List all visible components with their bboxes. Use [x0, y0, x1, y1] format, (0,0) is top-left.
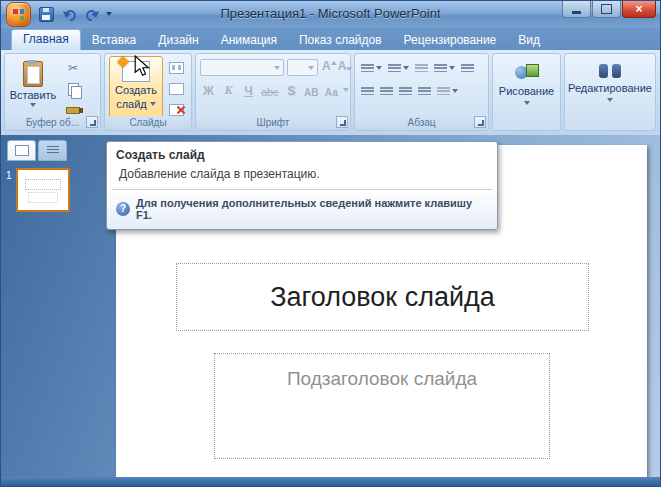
- line-spacing-dropdown-arrow-icon: [449, 66, 455, 70]
- character-spacing-button[interactable]: АВ: [303, 81, 320, 98]
- copy-icon: [68, 83, 79, 96]
- numbering-icon: [388, 64, 401, 73]
- align-center-icon: [380, 87, 393, 96]
- font-size-dropdown-arrow-icon: [308, 66, 314, 70]
- slides-outline-tabs: [7, 140, 67, 161]
- cut-button[interactable]: ✂: [63, 59, 83, 77]
- paragraph-dialog-launcher[interactable]: [474, 116, 486, 128]
- font-group: А А Ж К Ч abc S АВ Аа Шрифт: [195, 53, 351, 131]
- font-size-combo[interactable]: [287, 59, 318, 76]
- minimize-button[interactable]: [562, 1, 591, 18]
- align-left-button[interactable]: [359, 82, 376, 100]
- columns-button[interactable]: [435, 82, 460, 100]
- bold-button[interactable]: Ж: [200, 81, 217, 98]
- decrease-indent-icon: [415, 64, 428, 73]
- outline-icon: [47, 146, 59, 155]
- bullets-icon: [361, 64, 374, 73]
- columns-icon: [437, 87, 450, 96]
- tab-home[interactable]: Главная: [11, 29, 81, 50]
- maximize-button[interactable]: [592, 1, 621, 18]
- paste-dropdown-arrow-icon: [30, 103, 36, 107]
- new-slide-label-line2: слайд: [116, 98, 147, 110]
- office-logo-cell: [20, 9, 25, 14]
- align-right-button[interactable]: [397, 82, 414, 100]
- new-slide-label-line1: Создать: [115, 84, 157, 96]
- line-spacing-button[interactable]: [432, 59, 457, 77]
- title-placeholder[interactable]: Заголовок слайда: [176, 263, 589, 331]
- status-bar: [1, 477, 660, 486]
- new-slide-dropdown-arrow-icon: [150, 102, 156, 106]
- reset-slide-button[interactable]: [166, 80, 186, 98]
- font-group-label: Шрифт: [196, 116, 350, 130]
- paragraph-group-label: Абзац: [355, 116, 488, 130]
- paragraph-group: Абзац: [354, 53, 489, 131]
- bullets-button[interactable]: [359, 59, 384, 77]
- tab-slideshow[interactable]: Показ слайдов: [288, 30, 393, 50]
- undo-button[interactable]: [60, 5, 78, 23]
- slides-panel-tab[interactable]: [7, 140, 36, 161]
- tab-insert[interactable]: Вставка: [81, 30, 148, 50]
- change-case-dropdown-arrow-icon: [343, 88, 349, 92]
- justify-button[interactable]: [416, 82, 433, 100]
- subtitle-placeholder[interactable]: Подзаголовок слайда: [214, 353, 550, 459]
- change-case-button[interactable]: Аа: [323, 81, 340, 98]
- delete-slide-icon: [169, 104, 184, 116]
- drawing-button[interactable]: Рисование: [496, 57, 557, 135]
- scissors-icon: ✂: [68, 62, 78, 74]
- office-button[interactable]: [6, 2, 31, 27]
- minimize-icon: [572, 11, 581, 14]
- binoculars-icon: [599, 64, 621, 78]
- reset-slide-icon: [169, 83, 184, 95]
- paste-button[interactable]: Вставить: [9, 57, 57, 122]
- italic-button[interactable]: К: [220, 81, 237, 98]
- grow-font-button[interactable]: А: [322, 59, 337, 73]
- font-name-dropdown-arrow-icon: [274, 66, 280, 70]
- paste-icon: [23, 61, 43, 87]
- tab-review[interactable]: Рецензирование: [393, 30, 508, 50]
- tab-animation[interactable]: Анимация: [210, 30, 288, 50]
- shrink-font-button[interactable]: А: [338, 59, 353, 73]
- copy-button[interactable]: [63, 80, 83, 98]
- underline-button[interactable]: Ч: [240, 81, 257, 98]
- align-right-icon: [399, 87, 412, 96]
- close-button[interactable]: ×: [622, 1, 656, 18]
- numbering-button[interactable]: [386, 59, 411, 77]
- slide-thumbnail[interactable]: [16, 168, 70, 212]
- font-dialog-launcher[interactable]: [336, 116, 348, 128]
- text-shadow-button[interactable]: S: [283, 81, 300, 98]
- text-direction-icon: [461, 64, 474, 73]
- editing-group: Редактирование: [564, 53, 656, 131]
- tooltip-body: Добавление слайда в презентацию.: [119, 167, 488, 181]
- shapes-icon: [515, 64, 539, 81]
- save-button[interactable]: [37, 5, 55, 23]
- text-direction-button[interactable]: [459, 59, 476, 77]
- justify-icon: [418, 87, 431, 96]
- clipboard-group: Вставить ✂ Буфер об...: [4, 53, 101, 131]
- slide-layout-button[interactable]: [166, 59, 186, 77]
- decrease-indent-button[interactable]: [413, 59, 430, 77]
- office-logo-cell: [13, 16, 18, 21]
- editing-dropdown-arrow-icon: [607, 98, 613, 102]
- redo-button[interactable]: [83, 5, 101, 23]
- editing-button[interactable]: Редактирование: [568, 57, 652, 135]
- tab-design[interactable]: Дизайн: [147, 30, 209, 50]
- align-center-button[interactable]: [378, 82, 395, 100]
- columns-dropdown-arrow-icon: [452, 89, 458, 93]
- new-slide-icon: [122, 61, 150, 82]
- strikethrough-button[interactable]: abc: [260, 81, 280, 98]
- slide-thumbnail-row: 1: [6, 168, 70, 212]
- clipboard-dialog-launcher[interactable]: [86, 116, 98, 128]
- slides-group-label: Слайды: [105, 116, 191, 130]
- drawing-dropdown-arrow-icon: [524, 101, 530, 105]
- new-slide-tooltip: Создать слайд Добавление слайда в презен…: [106, 141, 498, 230]
- redo-icon: [85, 8, 100, 21]
- tooltip-title: Создать слайд: [116, 148, 488, 162]
- qat-customize-arrow-icon[interactable]: [106, 12, 112, 16]
- tab-view[interactable]: Вид: [507, 30, 551, 50]
- font-name-combo[interactable]: [200, 59, 284, 76]
- paste-label: Вставить: [10, 89, 57, 101]
- tooltip-help-text: Для получения дополнительных сведений на…: [136, 197, 488, 221]
- outline-panel-tab[interactable]: [38, 140, 67, 161]
- line-spacing-icon: [434, 64, 447, 73]
- office-logo-cell: [20, 16, 25, 21]
